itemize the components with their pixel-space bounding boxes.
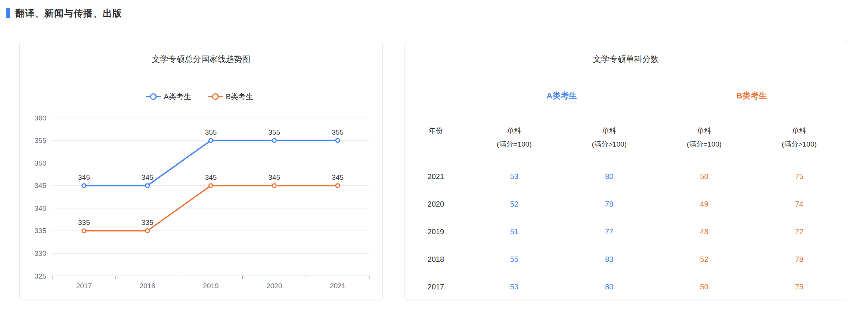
data-label: 335 — [142, 219, 154, 226]
svg-text:2020: 2020 — [266, 282, 282, 290]
table-card-title: 文学专硕单科分数 — [405, 41, 847, 77]
legend-circle-icon — [213, 94, 218, 100]
legend-label: B类考生 — [226, 92, 253, 101]
data-point — [336, 139, 340, 142]
legend-label: A类考生 — [164, 92, 191, 101]
score-cell: 74 — [752, 190, 847, 218]
trend-chart-card: 文学专硕总分国家线趋势图 325330335340345350355360201… — [19, 41, 383, 301]
data-label: 345 — [142, 173, 154, 181]
group-header-b: B类考生 — [657, 77, 847, 115]
table-row: 2017 53 80 50 75 — [405, 273, 847, 301]
x-axis — [52, 276, 369, 279]
svg-text:2018: 2018 — [140, 282, 155, 290]
data-point — [146, 184, 149, 188]
svg-text:345: 345 — [34, 182, 46, 189]
column-header-row: 年份 单科 (满分=100) 单科 (满分>100) 单科 (满分=100) — [405, 115, 847, 163]
svg-text:325: 325 — [34, 272, 46, 280]
table-row: 2020 52 78 49 74 — [405, 190, 847, 218]
data-point — [272, 184, 276, 188]
svg-text:340: 340 — [34, 204, 46, 212]
score-cell: 49 — [657, 190, 751, 218]
year-cell: 2019 — [405, 218, 467, 245]
score-cell: 78 — [752, 245, 847, 273]
legend-circle-icon — [151, 94, 156, 100]
svg-text:350: 350 — [34, 159, 46, 167]
data-point — [82, 184, 86, 188]
data-point — [209, 139, 213, 142]
section-accent-bar — [6, 8, 10, 18]
data-point — [272, 139, 276, 142]
score-cell: 53 — [467, 163, 562, 190]
score-cell: 77 — [562, 218, 657, 245]
table-row: 2018 55 83 52 78 — [405, 245, 847, 273]
column-header-b100: 单科 (满分=100) — [657, 115, 751, 163]
score-cell: 78 — [562, 190, 657, 218]
x-axis-labels: 20172018201920202021 — [76, 282, 345, 290]
data-point — [82, 229, 86, 233]
data-label: 335 — [78, 219, 90, 226]
section-title: 翻译、新闻与传播、出版 — [15, 7, 122, 19]
chart-body: 3253303353403453503553602017201820192020… — [20, 77, 382, 301]
svg-text:330: 330 — [34, 249, 46, 257]
score-cell: 48 — [657, 218, 751, 245]
cards-row: 文学专硕总分国家线趋势图 325330335340345350355360201… — [19, 41, 868, 301]
year-cell: 2018 — [405, 245, 467, 273]
svg-text:355: 355 — [34, 136, 46, 144]
year-cell: 2017 — [405, 273, 467, 301]
data-point — [209, 184, 213, 188]
svg-text:2017: 2017 — [76, 282, 92, 290]
table-row: 2019 51 77 48 72 — [405, 218, 847, 245]
trend-chart: 3253303353403453503553602017201820192020… — [20, 77, 382, 301]
score-cell: 75 — [752, 273, 847, 301]
data-label: 345 — [268, 173, 280, 181]
y-axis-labels: 325330335340345350355360 — [34, 114, 46, 280]
chart-card-title: 文学专硕总分国家线趋势图 — [20, 41, 382, 77]
score-table-card: 文学专硕单科分数 A类考生 B类考生 年份 单科 — [404, 41, 847, 301]
score-cell: 50 — [657, 273, 751, 301]
score-cell: 52 — [467, 190, 562, 218]
score-table: A类考生 B类考生 年份 单科 (满分=100) 单科 (满分>100) — [405, 77, 847, 301]
year-cell: 2021 — [405, 163, 467, 190]
score-cell: 51 — [467, 218, 562, 245]
svg-text:2019: 2019 — [203, 282, 218, 290]
column-header-year: 年份 — [405, 115, 467, 163]
column-header-b100p: 单科 (满分>100) — [752, 115, 847, 163]
column-header-a100p: 单科 (满分>100) — [562, 115, 657, 163]
group-header-spacer — [405, 77, 467, 115]
score-cell: 80 — [562, 273, 657, 301]
column-header-a100: 单科 (满分=100) — [467, 115, 562, 163]
group-header-a: A类考生 — [467, 77, 657, 115]
data-label: 345 — [78, 173, 90, 181]
score-cell: 55 — [467, 245, 562, 273]
score-cell: 75 — [752, 163, 847, 190]
group-header-row: A类考生 B类考生 — [405, 77, 847, 115]
score-cell: 52 — [657, 245, 751, 273]
legend-item-A类考生[interactable]: A类考生 — [147, 92, 191, 101]
svg-text:2021: 2021 — [330, 282, 345, 290]
svg-text:360: 360 — [34, 114, 46, 122]
section-header: 翻译、新闻与传播、出版 — [0, 0, 868, 18]
score-cell: 53 — [467, 273, 562, 301]
data-label: 345 — [332, 173, 344, 181]
score-cell: 50 — [657, 163, 751, 190]
data-label: 355 — [332, 128, 344, 136]
svg-text:335: 335 — [34, 227, 46, 235]
data-label: 355 — [268, 128, 280, 136]
series-B类考生: 335335345345345 — [78, 173, 344, 233]
table-row: 2021 53 80 50 75 — [405, 163, 847, 190]
data-label: 345 — [205, 173, 217, 181]
legend-item-B类考生[interactable]: B类考生 — [209, 92, 253, 101]
score-cell: 80 — [562, 163, 657, 190]
data-point — [336, 184, 340, 188]
score-cell: 72 — [752, 218, 847, 245]
score-cell: 83 — [562, 245, 657, 273]
data-label: 355 — [205, 128, 217, 136]
data-point — [146, 229, 149, 233]
year-cell: 2020 — [405, 190, 467, 218]
